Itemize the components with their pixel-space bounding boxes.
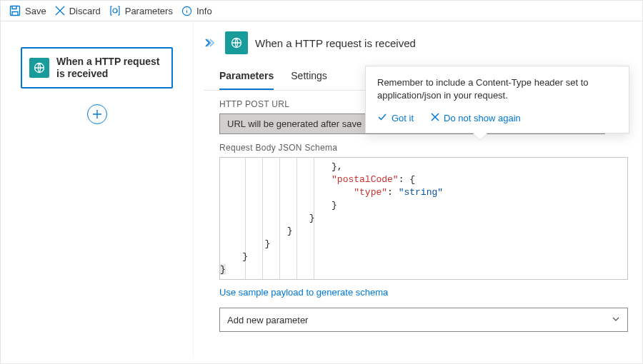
at-bracket-icon: [109, 5, 121, 16]
info-icon: [181, 6, 192, 16]
info-callout: Remember to include a Content-Type heade…: [365, 66, 629, 133]
tab-settings[interactable]: Settings: [291, 66, 327, 90]
dont-show-button[interactable]: Do not show again: [431, 112, 521, 124]
main-split: When a HTTP request is received When a H…: [1, 21, 642, 358]
save-icon: [9, 5, 21, 16]
close-icon: [431, 113, 439, 123]
dont-show-label: Do not show again: [444, 113, 521, 123]
collapse-button[interactable]: [204, 37, 215, 49]
use-sample-payload-link[interactable]: Use sample payload to generate schema: [219, 287, 388, 298]
info-button[interactable]: Info: [181, 6, 212, 16]
http-trigger-icon: [29, 58, 49, 78]
detail-title: When a HTTP request is received: [255, 37, 416, 49]
detail-panel: When a HTTP request is received Paramete…: [194, 21, 642, 358]
parameters-button[interactable]: Parameters: [109, 5, 173, 16]
designer-canvas: When a HTTP request is received: [1, 21, 194, 358]
info-label: Info: [196, 6, 212, 16]
got-it-label: Got it: [392, 113, 414, 123]
save-button[interactable]: Save: [9, 5, 46, 16]
discard-button[interactable]: Discard: [55, 6, 101, 16]
add-parameter-dropdown[interactable]: Add new parameter: [219, 308, 628, 332]
tab-parameters[interactable]: Parameters: [219, 66, 274, 90]
chevron-down-icon: [612, 315, 620, 325]
callout-message: Remember to include a Content-Type heade…: [377, 76, 617, 102]
schema-code: }, "postalCode": { "type": "string" } } …: [220, 161, 443, 276]
trigger-card-title: When a HTTP request is received: [56, 56, 164, 81]
add-parameter-label: Add new parameter: [227, 315, 308, 325]
check-icon: [377, 112, 387, 124]
schema-field-label: Request Body JSON Schema: [219, 143, 628, 153]
http-trigger-icon: [225, 31, 248, 54]
callout-actions: Got it Do not show again: [377, 112, 617, 124]
top-toolbar: Save Discard Parameters Info: [1, 1, 642, 21]
parameters-label: Parameters: [125, 6, 173, 16]
trigger-card[interactable]: When a HTTP request is received: [21, 47, 173, 89]
schema-editor[interactable]: }, "postalCode": { "type": "string" } } …: [219, 157, 628, 280]
got-it-button[interactable]: Got it: [377, 112, 414, 124]
discard-label: Discard: [69, 6, 101, 16]
save-label: Save: [25, 6, 46, 16]
detail-header: When a HTTP request is received: [204, 31, 628, 54]
close-icon: [55, 6, 65, 16]
add-step-button[interactable]: [87, 104, 107, 124]
